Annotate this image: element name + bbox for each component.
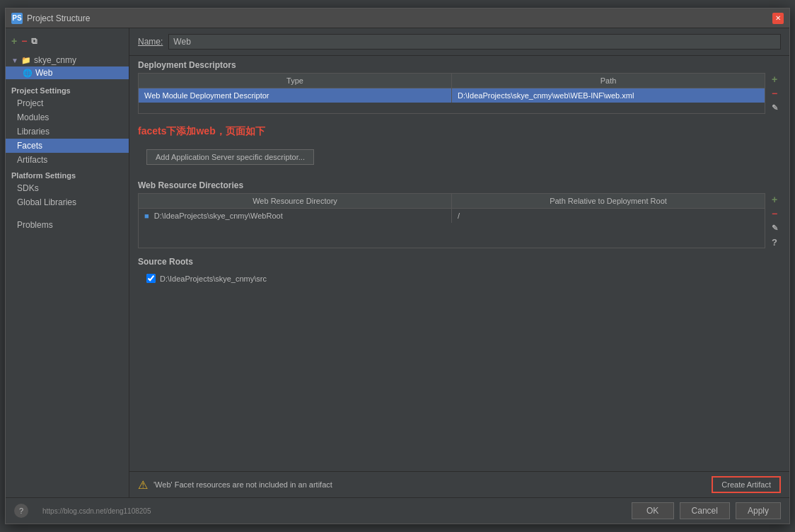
- close-button[interactable]: ✕: [772, 13, 784, 24]
- name-input[interactable]: [168, 34, 781, 50]
- deployment-side-buttons: + − ✎: [768, 73, 781, 114]
- expand-icon: ▼: [11, 57, 18, 64]
- web-icon: 🌐: [23, 69, 33, 78]
- help-button[interactable]: ?: [14, 504, 28, 518]
- deployment-table-header: Type Path: [139, 74, 765, 88]
- deployment-edit-button[interactable]: ✎: [768, 101, 781, 114]
- section-header-project-settings: Project Settings: [6, 82, 129, 96]
- app-icon: PS: [11, 13, 23, 24]
- resource-table-row[interactable]: ■ D:\IdeaProjects\skye_cnmy\WebRoot /: [139, 209, 765, 224]
- sidebar-toolbar: + − ⧉: [6, 31, 129, 51]
- watermark: https://blog.csdn.net/deng1108205: [42, 507, 151, 515]
- resource-side-buttons: + − ✎ ?: [768, 193, 781, 248]
- sidebar-item-global-libraries[interactable]: Global Libraries: [6, 195, 129, 209]
- path-cell: D:\IdeaProjects\skye_cnmy\web\WEB-INF\we…: [452, 88, 765, 103]
- deployment-table-wrapper: Type Path Web Module Deployment Descript…: [138, 73, 781, 114]
- add-descriptor-wrapper: Add Application Server specific descript…: [129, 144, 789, 176]
- deployment-table-row[interactable]: Web Module Deployment Descriptor D:\Idea…: [139, 88, 765, 103]
- web-resource-title: Web Resource Directories: [129, 176, 789, 193]
- source-checkbox-label: D:\IdeaProjects\skye_cnmy\src: [160, 274, 267, 283]
- resource-path-header: Path Relative to Deployment Root: [452, 194, 765, 208]
- tree-root-label: skye_cnmy: [34, 55, 76, 65]
- apply-button[interactable]: Apply: [736, 502, 781, 519]
- resource-edit-button[interactable]: ✎: [768, 221, 781, 234]
- resource-relative-cell: /: [452, 209, 765, 223]
- resource-add-button[interactable]: +: [768, 193, 781, 206]
- folder-icon: 📁: [21, 56, 31, 65]
- source-checkbox-row: D:\IdeaProjects\skye_cnmy\src: [138, 270, 781, 287]
- bottom-right: OK Cancel Apply: [632, 502, 781, 519]
- resource-table-header: Web Resource Directory Path Relative to …: [139, 194, 765, 209]
- ok-button[interactable]: OK: [632, 502, 674, 519]
- add-descriptor-button[interactable]: Add Application Server specific descript…: [146, 149, 314, 165]
- project-structure-window: PS Project Structure ✕ + − ⧉ ▼ 📁 skye_cn…: [5, 8, 790, 524]
- sidebar-item-libraries[interactable]: Libraries: [6, 125, 129, 139]
- type-cell: Web Module Deployment Descriptor: [139, 88, 452, 103]
- path-header: Path: [452, 74, 765, 88]
- tree-section: ▼ 📁 skye_cnmy 🌐 Web: [6, 51, 129, 82]
- window-title: Project Structure: [27, 13, 90, 23]
- source-checkbox[interactable]: [146, 274, 156, 283]
- name-label: Name:: [138, 37, 163, 47]
- sidebar-item-sdks[interactable]: SDKs: [6, 181, 129, 195]
- sidebar-item-modules[interactable]: Modules: [6, 110, 129, 125]
- type-header: Type: [139, 74, 452, 88]
- title-bar: PS Project Structure ✕: [6, 8, 789, 28]
- cancel-button[interactable]: Cancel: [680, 502, 730, 519]
- resource-remove-button[interactable]: −: [768, 207, 781, 220]
- warning-icon: ⚠: [138, 478, 148, 492]
- section-header-platform-settings: Platform Settings: [6, 167, 129, 181]
- bottom-bar: ? https://blog.csdn.net/deng1108205 OK C…: [6, 497, 789, 524]
- deployment-descriptors-title: Deployment Descriptors: [129, 56, 789, 73]
- resource-help-button[interactable]: ?: [768, 236, 781, 248]
- resource-table-wrapper: Web Resource Directory Path Relative to …: [138, 193, 781, 248]
- folder-small-icon: ■: [144, 212, 149, 220]
- resource-table: Web Resource Directory Path Relative to …: [138, 193, 765, 248]
- copy-button[interactable]: ⧉: [31, 36, 37, 46]
- sidebar-item-artifacts[interactable]: Artifacts: [6, 153, 129, 167]
- resource-dir-cell: ■ D:\IdeaProjects\skye_cnmy\WebRoot: [139, 209, 452, 223]
- annotation-text: facets下添加web，页面如下: [129, 120, 789, 144]
- source-roots-title: Source Roots: [138, 257, 781, 267]
- resource-dir-header: Web Resource Directory: [139, 194, 452, 208]
- bottom-left: ?: [14, 504, 28, 518]
- tree-root-node[interactable]: ▼ 📁 skye_cnmy: [6, 54, 129, 66]
- add-button[interactable]: +: [11, 35, 17, 47]
- deployment-table: Type Path Web Module Deployment Descript…: [138, 73, 765, 114]
- content-area: Name: Deployment Descriptors Type Path W…: [129, 28, 789, 497]
- tree-child-node[interactable]: 🌐 Web: [6, 66, 129, 79]
- name-row: Name:: [129, 28, 789, 56]
- sidebar-item-facets[interactable]: Facets: [6, 139, 129, 153]
- remove-button[interactable]: −: [21, 35, 27, 47]
- deployment-add-button[interactable]: +: [768, 73, 781, 86]
- deployment-remove-button[interactable]: −: [768, 87, 781, 100]
- warning-row: ⚠ 'Web' Facet resources are not included…: [129, 471, 789, 497]
- warning-text: 'Web' Facet resources are not included i…: [153, 480, 706, 489]
- sidebar-item-project[interactable]: Project: [6, 96, 129, 110]
- main-content: + − ⧉ ▼ 📁 skye_cnmy 🌐 Web Project Settin…: [6, 28, 789, 497]
- create-artifact-button[interactable]: Create Artifact: [712, 476, 781, 493]
- tree-child-label: Web: [35, 68, 52, 78]
- title-bar-left: PS Project Structure: [11, 13, 90, 24]
- sidebar-item-problems[interactable]: Problems: [6, 218, 129, 232]
- sidebar: + − ⧉ ▼ 📁 skye_cnmy 🌐 Web Project Settin…: [6, 28, 129, 497]
- content-scroll: Deployment Descriptors Type Path Web Mod…: [129, 56, 789, 497]
- sources-section: Source Roots D:\IdeaProjects\skye_cnmy\s…: [129, 254, 789, 290]
